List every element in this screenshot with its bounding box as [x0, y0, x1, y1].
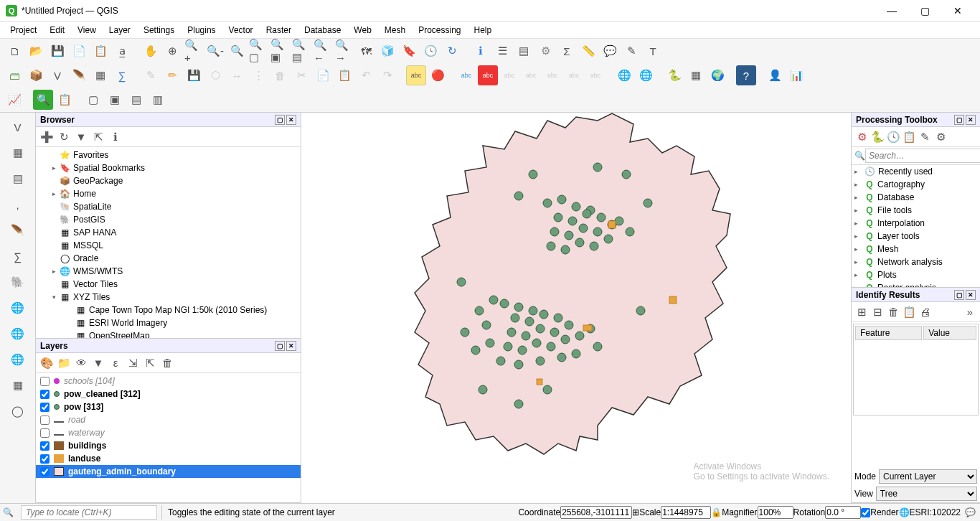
mag-input[interactable]	[758, 506, 793, 519]
toolbox-item[interactable]: ▸QMesh	[852, 243, 980, 255]
current-edits-icon[interactable]: ✎	[141, 65, 161, 85]
menu-database[interactable]: Database	[298, 24, 347, 37]
layout-manager-icon[interactable]: 📋	[90, 41, 110, 61]
label-abc-icon[interactable]: abc	[406, 65, 426, 85]
browser-close-icon[interactable]: ✕	[286, 115, 296, 125]
layers-expr-icon[interactable]: ε	[108, 355, 123, 371]
select-form-icon[interactable]: 📋	[55, 90, 75, 110]
menu-view[interactable]: View	[72, 24, 102, 37]
browser-collapse-icon[interactable]: ⇱	[90, 129, 106, 145]
label-highlight-icon[interactable]: abc	[478, 65, 498, 85]
browser-item[interactable]: 📦GeoPackage	[36, 174, 301, 187]
close-button[interactable]: ✕	[941, 5, 974, 17]
label-tool-icon[interactable]: abc	[456, 65, 476, 85]
layer-row[interactable]: buildings	[36, 439, 301, 452]
add-wcs-icon[interactable]: 🌐	[6, 322, 29, 345]
zoom-layer-icon[interactable]: 🔍▤	[291, 41, 311, 61]
browser-item[interactable]: ▦ESRI World Imagery	[36, 316, 301, 329]
text-annotation-icon[interactable]: T	[643, 41, 663, 61]
identify-col-feature[interactable]: Feature	[855, 326, 922, 340]
python-icon[interactable]: 🐍	[664, 65, 684, 85]
map-canvas[interactable]: Activate Windows Go to Settings to activ…	[301, 113, 851, 503]
layers-filter-icon[interactable]: ▼	[90, 355, 106, 371]
toolbox-hist-icon[interactable]: 🕓	[886, 130, 900, 144]
select-loc-icon[interactable]: 🔍	[33, 90, 53, 110]
identify-undock-icon[interactable]: ▢	[954, 290, 964, 300]
browser-item[interactable]: ▦OpenStreetMap	[36, 329, 301, 338]
redo-icon[interactable]: ↷	[377, 65, 397, 85]
paste-icon[interactable]: 📋	[334, 65, 354, 85]
toolbox-py-icon[interactable]: 🐍	[870, 130, 885, 144]
browser-add-icon[interactable]: ➕	[39, 129, 55, 145]
copy-icon[interactable]: 📄	[313, 65, 333, 85]
annotation-icon[interactable]: ✎	[621, 41, 641, 61]
toolbox-undock-icon[interactable]: ▢	[954, 115, 964, 125]
field-calc-icon[interactable]: ▤	[514, 41, 534, 61]
layers-collapse-icon[interactable]: ⇱	[142, 355, 158, 371]
zoom-native-icon[interactable]: 🔍	[227, 41, 247, 61]
toolbox-item[interactable]: ▸QNetwork analysis	[852, 255, 980, 268]
add-raster-icon[interactable]: ▦	[6, 141, 29, 164]
messages-icon[interactable]: 💬	[961, 507, 980, 517]
coord-input[interactable]	[560, 506, 632, 519]
menu-project[interactable]: Project	[4, 24, 42, 37]
label-pin-icon[interactable]: abc	[499, 65, 519, 85]
new-project-icon[interactable]: 🗋	[4, 41, 24, 61]
lock-icon[interactable]: 🔒	[711, 507, 722, 517]
globe-search-icon[interactable]: 🌐	[636, 65, 656, 85]
zoom-next-icon[interactable]: 🔍→	[334, 41, 354, 61]
add-postgis-icon[interactable]: 🐘	[6, 271, 29, 294]
diagram-icon[interactable]: 🔴	[428, 65, 448, 85]
browser-tree[interactable]: ⭐Favorites▸🔖Spatial Bookmarks📦GeoPackage…	[36, 147, 301, 338]
layers-panel-header[interactable]: Layers ▢✕	[36, 339, 301, 353]
layer-row[interactable]: schools [104]	[36, 375, 301, 388]
toolbox-tree[interactable]: ▸🕓Recently used▸QCartography▸QDatabase▸Q…	[852, 165, 980, 287]
layers-add-group-icon[interactable]: 📁	[56, 355, 72, 371]
new-print-layout-icon[interactable]: 📄	[69, 41, 89, 61]
deselect-icon[interactable]: ▤	[126, 90, 146, 110]
new-spatialite-icon[interactable]: 🪶	[69, 65, 89, 85]
identify-icon[interactable]: ℹ	[471, 41, 491, 61]
label-change-icon[interactable]: abc	[585, 65, 606, 85]
toolbox-search[interactable]	[865, 149, 980, 163]
statistics-icon[interactable]: Σ	[557, 41, 577, 61]
menu-mesh[interactable]: Mesh	[379, 24, 411, 37]
attr-table-icon[interactable]: ☰	[492, 41, 512, 61]
menu-web[interactable]: Web	[348, 24, 377, 37]
browser-undock-icon[interactable]: ▢	[275, 115, 285, 125]
data-source-icon[interactable]: 🗃	[4, 65, 24, 85]
browser-item[interactable]: ▸🔖Spatial Bookmarks	[36, 161, 301, 174]
browser-item[interactable]: ▦Cape Town Topo Map NGI 1:50k (2010 Seri…	[36, 304, 301, 316]
identify-clear-icon[interactable]: 🗑	[886, 305, 900, 319]
plugin-2-icon[interactable]: 📊	[786, 65, 806, 85]
layers-tree[interactable]: schools [104]pow_cleaned [312]pow [313]r…	[36, 373, 301, 502]
help-icon[interactable]: ?	[736, 65, 756, 85]
layer-row[interactable]: pow_cleaned [312]	[36, 388, 301, 400]
identify-expand-icon[interactable]: ⊞	[854, 305, 869, 319]
layers-style-icon[interactable]: 🎨	[39, 355, 55, 371]
zoom-out-icon[interactable]: 🔍-	[205, 41, 225, 61]
toolbox-opt-icon[interactable]: ⚙	[933, 130, 948, 144]
identify-copy-icon[interactable]: 📋	[902, 305, 916, 319]
vertex-tool-icon[interactable]: 📈	[4, 90, 24, 110]
toolbox-icon[interactable]: ⚙	[535, 41, 555, 61]
identify-view-select[interactable]: Tree	[876, 487, 977, 501]
delete-icon[interactable]: 🗑	[270, 65, 290, 85]
globe-add-icon[interactable]: 🌐	[614, 65, 634, 85]
toolbox-item[interactable]: ▸QCartography	[852, 178, 980, 191]
save-edits-icon[interactable]: 💾	[184, 65, 204, 85]
layer-row[interactable]: landuse	[36, 452, 301, 465]
toolbox-item[interactable]: ▸QPlots	[852, 268, 980, 281]
toolbox-item[interactable]: ▸QDatabase	[852, 191, 980, 204]
pan-to-selection-icon[interactable]: ⊕	[162, 41, 182, 61]
layer-row[interactable]: waterway	[36, 426, 301, 439]
toolbox-item[interactable]: ▸QLayer tools	[852, 230, 980, 243]
menu-settings[interactable]: Settings	[138, 24, 180, 37]
maximize-button[interactable]: ▢	[908, 5, 941, 17]
browser-item[interactable]: ▦SAP HANA	[36, 226, 301, 239]
globe-icon[interactable]: 🌍	[707, 65, 727, 85]
toolbox-item[interactable]: ▸QFile tools	[852, 204, 980, 217]
new-virtual-icon[interactable]: ∑	[112, 65, 132, 85]
add-mesh-icon[interactable]: ▤	[6, 167, 29, 190]
measure-icon[interactable]: 📏	[578, 41, 598, 61]
